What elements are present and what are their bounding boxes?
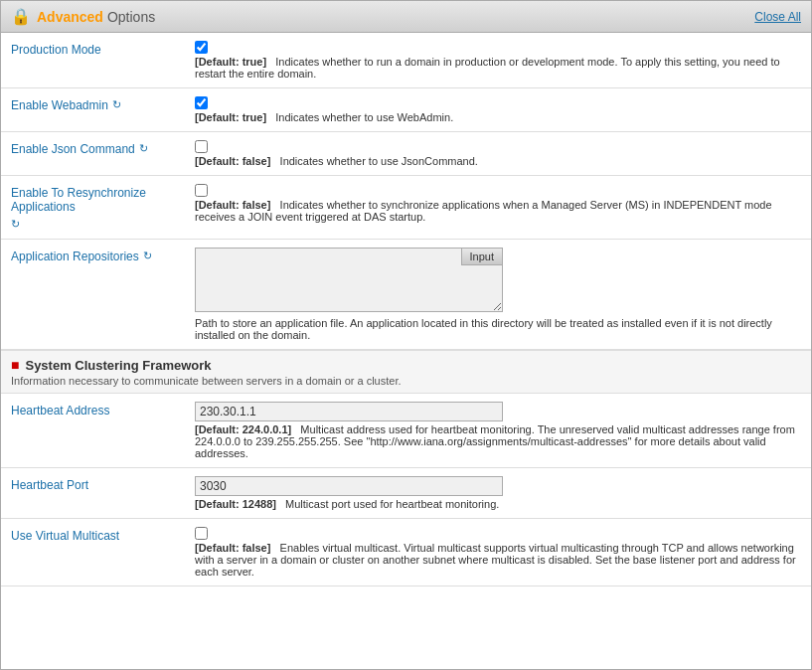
label-heartbeat-address: Heartbeat Address: [11, 402, 195, 418]
textarea-wrap: Input: [195, 248, 503, 312]
row-production-mode: Production Mode [Default: true] Indicate…: [1, 33, 811, 88]
label-heartbeat-port: Heartbeat Port: [11, 476, 195, 492]
checkbox-production-mode[interactable]: [195, 41, 208, 54]
close-all-link[interactable]: Close All: [754, 10, 801, 24]
desc-enable-webadmin: [Default: true] Indicates whether to use…: [195, 111, 801, 123]
label-app-repositories: Application Repositories ↻: [11, 248, 195, 263]
row-enable-json-command: Enable Json Command ↻ [Default: false] I…: [1, 132, 811, 176]
lock-icon: 🔒: [11, 7, 31, 26]
content-app-repositories: Input Path to store an application file.…: [195, 248, 801, 341]
refresh-icon-json-command[interactable]: ↻: [139, 142, 148, 155]
row-heartbeat-address: Heartbeat Address [Default: 224.0.0.1] M…: [1, 394, 811, 468]
content: Production Mode [Default: true] Indicate…: [1, 33, 811, 586]
textarea-app-repositories[interactable]: [195, 248, 503, 312]
desc-enable-json-command: [Default: false] Indicates whether to us…: [195, 155, 801, 167]
refresh-icon-webadmin[interactable]: ↻: [112, 98, 121, 111]
desc-production-mode: [Default: true] Indicates whether to run…: [195, 56, 801, 80]
row-heartbeat-port: Heartbeat Port [Default: 12488] Multicas…: [1, 468, 811, 519]
desc-use-virtual-multicast: [Default: false] Enables virtual multica…: [195, 542, 801, 578]
title-advanced: Advanced: [37, 9, 103, 25]
row-use-virtual-multicast: Use Virtual Multicast [Default: false] E…: [1, 519, 811, 586]
row-enable-webadmin: Enable Webadmin ↻ [Default: true] Indica…: [1, 88, 811, 132]
content-enable-json-command: [Default: false] Indicates whether to us…: [195, 140, 801, 167]
section-desc: Information necessary to communicate bet…: [11, 375, 801, 387]
desc-app-repositories: Path to store an application file. An ap…: [195, 317, 801, 341]
checkbox-enable-json-command[interactable]: [195, 140, 208, 153]
desc-heartbeat-port: [Default: 12488] Multicast port used for…: [195, 498, 801, 510]
header-title: 🔒 Advanced Options: [11, 7, 155, 26]
content-heartbeat-address: [Default: 224.0.0.1] Multicast address u…: [195, 402, 801, 459]
input-heartbeat-address[interactable]: [195, 402, 503, 421]
label-production-mode: Production Mode: [11, 41, 195, 57]
label-enable-webadmin: Enable Webadmin ↻: [11, 96, 195, 112]
content-production-mode: [Default: true] Indicates whether to run…: [195, 41, 801, 80]
label-use-virtual-multicast: Use Virtual Multicast: [11, 527, 195, 543]
content-heartbeat-port: [Default: 12488] Multicast port used for…: [195, 476, 801, 510]
refresh-icon-app-repos[interactable]: ↻: [143, 250, 152, 262]
red-square-icon: ■: [11, 357, 19, 373]
header: 🔒 Advanced Options Close All: [1, 1, 811, 33]
input-button-app-repositories[interactable]: Input: [461, 248, 503, 265]
checkbox-use-virtual-multicast[interactable]: [195, 527, 208, 540]
row-app-repositories: Application Repositories ↻ Input Path to…: [1, 240, 811, 350]
content-use-virtual-multicast: [Default: false] Enables virtual multica…: [195, 527, 801, 578]
content-enable-resync: [Default: false] Indicates whether to sy…: [195, 184, 801, 223]
label-enable-json-command: Enable Json Command ↻: [11, 140, 195, 156]
desc-enable-resync: [Default: false] Indicates whether to sy…: [195, 199, 801, 223]
label-enable-resync: Enable To Resynchronize Applications ↻: [11, 184, 195, 231]
checkbox-enable-webadmin[interactable]: [195, 96, 208, 109]
row-enable-resync: Enable To Resynchronize Applications ↻ […: [1, 176, 811, 240]
section-clustering-header: ■ System Clustering Framework Informatio…: [1, 350, 811, 394]
desc-heartbeat-address: [Default: 224.0.0.1] Multicast address u…: [195, 423, 801, 459]
section-title: ■ System Clustering Framework: [11, 357, 801, 373]
refresh-icon-resync[interactable]: ↻: [11, 218, 20, 231]
content-enable-webadmin: [Default: true] Indicates whether to use…: [195, 96, 801, 123]
main-container: 🔒 Advanced Options Close All Production …: [0, 0, 812, 670]
input-heartbeat-port[interactable]: [195, 476, 503, 496]
checkbox-enable-resync[interactable]: [195, 184, 208, 197]
title-options: Options: [107, 9, 155, 25]
